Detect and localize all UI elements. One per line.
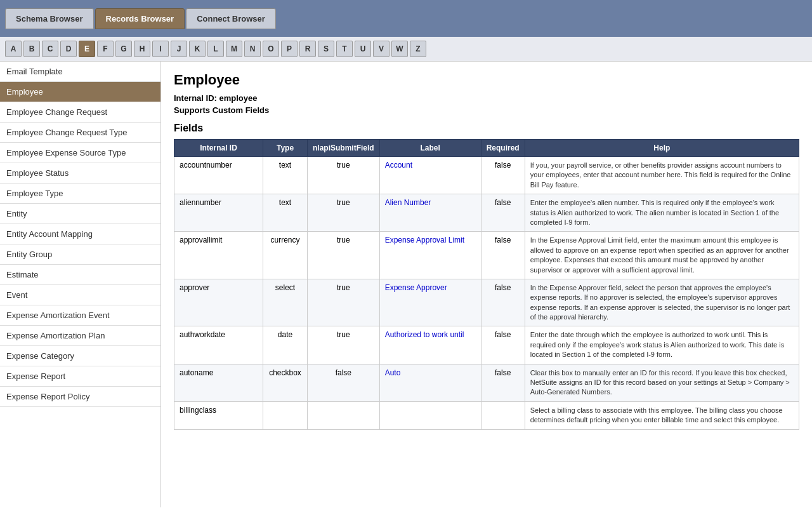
table-row: approverselecttrueExpense ApproverfalseI… bbox=[174, 279, 799, 326]
alpha-btn-b[interactable]: B bbox=[23, 41, 40, 57]
alpha-btn-h[interactable]: H bbox=[134, 41, 150, 57]
field-required: false bbox=[481, 232, 525, 279]
field-submit: true bbox=[308, 326, 380, 364]
connect-browser-tab[interactable]: Connect Browser bbox=[186, 8, 276, 29]
sidebar-item-expense-report-policy[interactable]: Expense Report Policy bbox=[0, 387, 160, 407]
field-required bbox=[481, 401, 525, 429]
fields-heading: Fields bbox=[174, 123, 799, 134]
field-type: text bbox=[263, 194, 308, 232]
field-type: text bbox=[263, 157, 308, 194]
table-row: accountnumbertexttrueAccountfalseIf you,… bbox=[174, 157, 799, 194]
field-type: checkbox bbox=[263, 364, 308, 401]
records-browser-tab[interactable]: Records Browser bbox=[95, 8, 185, 29]
alpha-btn-k[interactable]: K bbox=[189, 41, 206, 57]
sidebar-item-employee[interactable]: Employee bbox=[0, 82, 160, 102]
alpha-bar: ABCDEFGHIJKLMNOPRSTUVWZ bbox=[0, 37, 812, 62]
field-type bbox=[263, 401, 308, 429]
alpha-btn-a[interactable]: A bbox=[5, 41, 22, 57]
alpha-btn-l[interactable]: L bbox=[207, 41, 224, 57]
field-id: approver bbox=[174, 279, 263, 326]
field-help: Clear this box to manually enter an ID f… bbox=[525, 364, 799, 401]
alpha-btn-w[interactable]: W bbox=[391, 41, 408, 57]
alpha-btn-t[interactable]: T bbox=[336, 41, 353, 57]
field-label: Expense Approver bbox=[379, 279, 481, 326]
field-type: date bbox=[263, 326, 308, 364]
col-header-label: Label bbox=[379, 140, 481, 157]
sidebar-item-entity-group[interactable]: Entity Group bbox=[0, 244, 160, 265]
schema-browser-tab[interactable]: Schema Browser bbox=[5, 8, 94, 29]
table-row: approvallimitcurrencytrueExpense Approva… bbox=[174, 232, 799, 279]
sidebar-item-employee-change-request-type[interactable]: Employee Change Request Type bbox=[0, 123, 160, 143]
alpha-btn-p[interactable]: P bbox=[281, 41, 298, 57]
alpha-btn-c[interactable]: C bbox=[42, 41, 58, 57]
sidebar-item-employee-status[interactable]: Employee Status bbox=[0, 163, 160, 184]
field-label: Alien Number bbox=[379, 194, 481, 232]
col-header-required: Required bbox=[481, 140, 525, 157]
alpha-btn-d[interactable]: D bbox=[60, 41, 77, 57]
field-help: If you, your payroll service, or other b… bbox=[525, 157, 799, 194]
sidebar-item-employee-change-request[interactable]: Employee Change Request bbox=[0, 102, 160, 123]
table-row: aliennumbertexttrueAlien NumberfalseEnte… bbox=[174, 194, 799, 232]
field-submit: false bbox=[308, 364, 380, 401]
table-row: autonamecheckboxfalseAutofalseClear this… bbox=[174, 364, 799, 401]
sidebar-item-expense-amortization-event[interactable]: Expense Amortization Event bbox=[0, 305, 160, 326]
col-header-id: Internal ID bbox=[174, 140, 263, 157]
field-help: In the Expense Approval Limit field, ent… bbox=[525, 232, 799, 279]
sidebar-item-expense-report[interactable]: Expense Report bbox=[0, 366, 160, 387]
field-required: false bbox=[481, 157, 525, 194]
field-required: false bbox=[481, 364, 525, 401]
field-help: Select a billing class to associate with… bbox=[525, 401, 799, 429]
alpha-btn-m[interactable]: M bbox=[226, 41, 242, 57]
main-layout: Email TemplateEmployeeEmployee Change Re… bbox=[0, 62, 812, 507]
page-title: Employee bbox=[174, 72, 799, 88]
field-label: Expense Approval Limit bbox=[379, 232, 481, 279]
alpha-btn-v[interactable]: V bbox=[373, 41, 390, 57]
alpha-btn-z[interactable]: Z bbox=[410, 41, 426, 57]
field-id: billingclass bbox=[174, 401, 263, 429]
field-submit: true bbox=[308, 232, 380, 279]
field-type: currency bbox=[263, 232, 308, 279]
field-submit bbox=[308, 401, 380, 429]
sidebar-item-entity[interactable]: Entity bbox=[0, 204, 160, 224]
field-submit: true bbox=[308, 279, 380, 326]
alpha-btn-j[interactable]: J bbox=[171, 41, 187, 57]
table-row: authworkdatedatetrueAuthorized to work u… bbox=[174, 326, 799, 364]
alpha-btn-s[interactable]: S bbox=[318, 41, 334, 57]
alpha-btn-i[interactable]: I bbox=[152, 41, 169, 57]
field-help: Enter the date through which the employe… bbox=[525, 326, 799, 364]
field-id: autoname bbox=[174, 364, 263, 401]
field-type: select bbox=[263, 279, 308, 326]
fields-table: Internal ID Type nlapiSubmitField Label … bbox=[174, 139, 799, 430]
sidebar-item-entity-account-mapping[interactable]: Entity Account Mapping bbox=[0, 224, 160, 244]
alpha-btn-f[interactable]: F bbox=[97, 41, 114, 57]
col-header-help: Help bbox=[525, 140, 799, 157]
col-header-type: Type bbox=[263, 140, 308, 157]
sidebar-item-employee-expense-source-type[interactable]: Employee Expense Source Type bbox=[0, 143, 160, 163]
alpha-btn-g[interactable]: G bbox=[115, 41, 132, 57]
col-header-submit: nlapiSubmitField bbox=[308, 140, 380, 157]
sidebar-item-event[interactable]: Event bbox=[0, 285, 160, 305]
alpha-btn-u[interactable]: U bbox=[355, 41, 371, 57]
alpha-btn-o[interactable]: O bbox=[263, 41, 279, 57]
sidebar-item-employee-type[interactable]: Employee Type bbox=[0, 184, 160, 204]
field-label: Auto bbox=[379, 364, 481, 401]
field-id: approvallimit bbox=[174, 232, 263, 279]
top-navigation: Schema Browser Records Browser Connect B… bbox=[0, 0, 812, 37]
sidebar-item-expense-amortization-plan[interactable]: Expense Amortization Plan bbox=[0, 326, 160, 346]
sidebar: Email TemplateEmployeeEmployee Change Re… bbox=[0, 62, 161, 507]
alpha-btn-n[interactable]: N bbox=[244, 41, 261, 57]
alpha-btn-r[interactable]: R bbox=[299, 41, 316, 57]
field-id: accountnumber bbox=[174, 157, 263, 194]
field-required: false bbox=[481, 326, 525, 364]
field-label: Authorized to work until bbox=[379, 326, 481, 364]
sidebar-item-email-template[interactable]: Email Template bbox=[0, 62, 160, 82]
table-row: billingclassSelect a billing class to as… bbox=[174, 401, 799, 429]
field-help: Enter the employee's alien number. This … bbox=[525, 194, 799, 232]
internal-id: Internal ID: employee bbox=[174, 93, 799, 103]
field-submit: true bbox=[308, 194, 380, 232]
sidebar-item-expense-category[interactable]: Expense Category bbox=[0, 346, 160, 366]
content-area: Employee Internal ID: employee Supports … bbox=[161, 62, 812, 507]
sidebar-item-estimate[interactable]: Estimate bbox=[0, 265, 160, 285]
alpha-btn-e[interactable]: E bbox=[79, 41, 95, 57]
field-id: aliennumber bbox=[174, 194, 263, 232]
